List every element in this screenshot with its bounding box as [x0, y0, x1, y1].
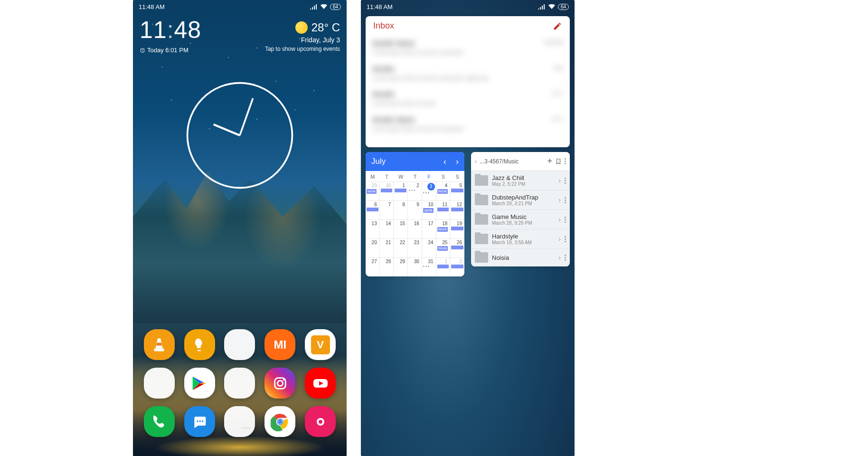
events-hint[interactable]: Tap to show upcoming events	[265, 46, 340, 52]
calendar-cell[interactable]: 21	[380, 238, 394, 257]
calendar-cell[interactable]: 2•••	[408, 181, 422, 200]
file-more-button[interactable]	[565, 197, 566, 203]
app-messages[interactable]	[184, 406, 215, 437]
calendar-cell[interactable]: 27	[366, 257, 380, 276]
calendar-cell[interactable]: 15	[394, 219, 408, 238]
digital-clock[interactable]: 11:48	[140, 16, 201, 44]
calendar-dow: M	[366, 171, 380, 181]
file-more-button[interactable]	[565, 255, 566, 261]
calendar-cell[interactable]: 1	[394, 181, 408, 200]
app-instagram[interactable]	[264, 368, 295, 399]
calendar-cell[interactable]: 24	[422, 238, 436, 257]
alarm-row[interactable]: Today 6:01 PM	[140, 47, 201, 54]
calendar-prev-button[interactable]: ‹	[443, 157, 446, 167]
calendar-cell[interactable]: 26	[450, 238, 464, 257]
app-phone[interactable]	[144, 406, 175, 437]
app-grid: MI V	[133, 324, 347, 451]
file-row[interactable]: Game Music March 28, 9:26 PM ›	[471, 210, 570, 229]
calendar-month[interactable]: July	[371, 157, 443, 166]
inbox-body-blurred[interactable]: Sender NameLorem ipsum dolor sit amet co…	[366, 36, 570, 143]
calendar-cell[interactable]: 25Work	[436, 238, 451, 257]
alarm-time: Today 6:01 PM	[147, 47, 189, 54]
calendar-cell[interactable]: 10upda	[422, 200, 436, 219]
files-path[interactable]: ...3-4567/Music	[480, 158, 544, 165]
files-add-button[interactable]: +	[547, 156, 552, 166]
folder-icon	[475, 252, 488, 263]
file-row[interactable]: Jazz & Chill May 2, 5:22 PM ›	[471, 171, 570, 190]
chevron-right-icon[interactable]: ›	[558, 216, 561, 223]
weather-widget[interactable]: 28° C Friday, July 3 Tap to show upcomin…	[265, 16, 340, 52]
calendar-cell[interactable]: 29	[394, 257, 408, 276]
app-chrome[interactable]	[264, 406, 295, 437]
file-row[interactable]: Hardstyle March 19, 3:56 AM ›	[471, 229, 570, 249]
calendar-cell[interactable]: 16	[408, 219, 422, 238]
calendar-cell[interactable]: 8	[394, 200, 408, 219]
top-widget[interactable]: 11:48 Today 6:01 PM 28° C Friday, July 3…	[140, 16, 340, 54]
calendar-cell[interactable]: 23	[408, 238, 422, 257]
calendar-cell[interactable]: 17	[422, 219, 436, 238]
calendar-widget[interactable]: July ‹ › MTWTFSS29work3012•••3•••4Work56…	[366, 152, 464, 276]
files-back-button[interactable]: ‹	[475, 158, 477, 165]
file-name: Jazz & Chill	[492, 174, 555, 181]
calendar-cell[interactable]: 11	[436, 200, 451, 219]
app-vlc[interactable]	[144, 329, 175, 360]
calendar-cell[interactable]: 18Work	[436, 219, 451, 238]
calendar-grid[interactable]: MTWTFSS29work3012•••3•••4Work5678910upda…	[366, 171, 464, 276]
status-icons: 64	[310, 4, 341, 10]
calendar-cell[interactable]: 12	[450, 200, 464, 219]
chevron-right-icon[interactable]: ›	[558, 196, 561, 204]
file-row[interactable]: Noisia ›	[471, 249, 570, 266]
calendar-cell[interactable]: 28	[380, 257, 394, 276]
app-youtube[interactable]	[305, 368, 336, 399]
calendar-cell[interactable]: 4Work	[436, 181, 451, 200]
clock-widget[interactable]: 11:48 Today 6:01 PM	[140, 16, 201, 54]
chevron-right-icon[interactable]: ›	[558, 177, 561, 184]
bookmark-icon[interactable]	[555, 158, 562, 165]
status-time: 11:48 AM	[139, 3, 165, 10]
file-more-button[interactable]	[565, 217, 566, 223]
calendar-cell[interactable]: 9	[408, 200, 422, 219]
folder-media[interactable]	[144, 368, 175, 399]
folder-maps[interactable]	[224, 329, 255, 360]
calendar-cell[interactable]: 14	[380, 219, 394, 238]
calendar-cell[interactable]: 30	[408, 257, 422, 276]
temperature: 28° C	[311, 21, 340, 34]
calendar-cell[interactable]: 1	[436, 257, 451, 276]
compose-icon[interactable]	[553, 21, 562, 31]
calendar-cell[interactable]: 29work	[366, 181, 380, 200]
app-tips[interactable]	[184, 329, 215, 360]
inbox-title[interactable]: Inbox	[373, 21, 394, 31]
analog-clock-widget[interactable]	[185, 81, 294, 190]
inbox-widget[interactable]: Inbox Sender NameLorem ipsum dolor sit a…	[366, 16, 570, 147]
calendar-cell[interactable]: 22	[394, 238, 408, 257]
calendar-cell[interactable]: 5	[450, 181, 464, 200]
chevron-right-icon[interactable]: ›	[558, 235, 561, 243]
svg-point-11	[202, 420, 203, 421]
calendar-cell[interactable]: 13	[366, 219, 380, 238]
calendar-cell[interactable]: 31•••	[422, 257, 436, 276]
calendar-cell[interactable]: 19	[450, 219, 464, 238]
calendar-cell[interactable]: 3•••	[422, 181, 436, 200]
app-v[interactable]: V	[305, 329, 336, 360]
app-mi[interactable]: MI	[264, 329, 295, 360]
folder-icon	[475, 214, 488, 225]
calendar-cell[interactable]: 2	[450, 257, 464, 276]
folder-social[interactable]	[224, 368, 255, 399]
calendar-cell[interactable]: 30	[380, 181, 394, 200]
calendar-cell[interactable]: 7	[380, 200, 394, 219]
file-more-button[interactable]	[565, 236, 566, 242]
svg-point-15	[278, 419, 282, 424]
wifi-icon	[548, 4, 556, 10]
folder-games[interactable]	[224, 406, 255, 437]
file-row[interactable]: DubstepAndTrap March 29, 3:21 PM ›	[471, 190, 570, 210]
svg-point-6	[277, 380, 283, 386]
app-camera[interactable]	[305, 406, 336, 437]
files-more-button[interactable]	[565, 158, 566, 164]
app-play-store[interactable]	[184, 368, 215, 399]
calendar-cell[interactable]: 6	[366, 200, 380, 219]
calendar-cell[interactable]: 20	[366, 238, 380, 257]
files-widget[interactable]: ‹ ...3-4567/Music + Jazz & Chill May 2, …	[471, 152, 570, 266]
file-more-button[interactable]	[565, 178, 566, 184]
chevron-right-icon[interactable]: ›	[558, 254, 561, 261]
calendar-next-button[interactable]: ›	[456, 157, 459, 167]
